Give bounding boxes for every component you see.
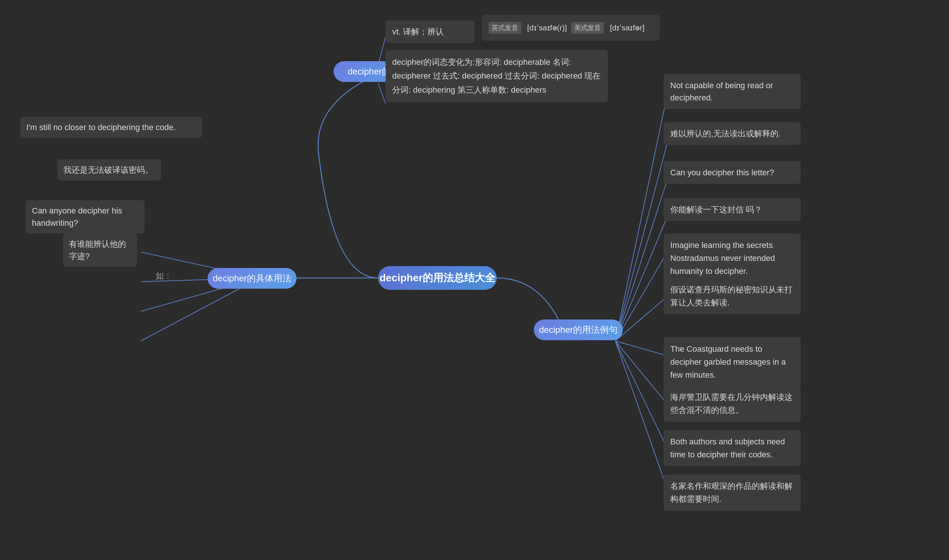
- svg-line-9: [615, 217, 667, 341]
- sentence-6-text: 假设诺查丹玛斯的秘密知识从未打算让人类去解读.: [670, 285, 792, 307]
- morph-text: decipher的词态变化为:形容词: decipherable 名词: dec…: [392, 57, 601, 94]
- svg-line-10: [615, 252, 667, 341]
- sentence-1-text: Not capable of being read or deciphered.: [670, 81, 773, 102]
- example-zh-1-text: 我还是无法破译该密码。: [63, 165, 153, 175]
- example-zh-1: 我还是无法破译该密码。: [57, 159, 161, 180]
- svg-line-14: [615, 341, 667, 448]
- sentence-10: 名家名作和艰深的作品的解读和解构都需要时间.: [664, 474, 801, 511]
- usage-label: decipher的具体用法: [213, 272, 291, 284]
- sentence-2: 难以辨认的,无法读出或解释的.: [664, 122, 801, 145]
- pron-us: [dɪˈsaɪfər]: [610, 22, 644, 34]
- ru-label: 如：: [156, 271, 172, 282]
- example-en-1: I'm still no closer to deciphering the c…: [20, 117, 202, 138]
- example-en-1-text: I'm still no closer to deciphering the c…: [26, 123, 176, 132]
- pronunciation-box: 英式发音 [dɪˈsaɪfə(r)] 美式发音 [dɪˈsaɪfər]: [482, 15, 660, 41]
- sentence-3: Can you decipher this letter?: [664, 161, 801, 184]
- example-zh-2: 有谁能辨认他的字迹?: [63, 234, 137, 267]
- sentence-6: 假设诺查丹玛斯的秘密知识从未打算让人类去解读.: [664, 278, 801, 314]
- svg-line-8: [615, 180, 667, 341]
- sentence-8: 海岸警卫队需要在几分钟内解读这些含混不清的信息。: [664, 385, 801, 422]
- sentence-5: Imagine learning the secrets Nostradamus…: [664, 234, 801, 283]
- svg-line-0: [378, 37, 386, 65]
- sentence-7: The Coastguard needs to decipher garbled…: [664, 337, 801, 387]
- svg-line-11: [615, 297, 667, 341]
- morph-box: decipher的词态变化为:形容词: decipherable 名词: dec…: [386, 50, 608, 102]
- sentence-1: Not capable of being read or deciphered.: [664, 74, 801, 109]
- svg-line-13: [615, 341, 667, 404]
- center-label: decipher的用法总结大全: [380, 271, 495, 285]
- sentence-9-text: Both authors and subjects need time to d…: [670, 437, 785, 459]
- mindmap-container: decipher的用法总结大全 decipher的意思 vt. 译解；辨认 英式…: [0, 0, 949, 560]
- pron-en: [dɪˈsaɪfə(r)]: [527, 22, 567, 34]
- example-zh-2-text: 有谁能辨认他的字迹?: [69, 239, 126, 261]
- svg-line-12: [615, 341, 667, 356]
- svg-line-6: [615, 94, 667, 341]
- pron-en-label: 英式发音: [489, 22, 521, 34]
- sentences-node: decipher的用法例句: [534, 320, 623, 340]
- sentence-2-text: 难以辨认的,无法读出或解释的.: [670, 129, 781, 138]
- sentence-8-text: 海岸警卫队需要在几分钟内解读这些含混不清的信息。: [670, 392, 792, 415]
- sentence-7-text: The Coastguard needs to decipher garbled…: [670, 344, 786, 380]
- sentence-4: 你能解读一下这封信 吗？: [664, 198, 801, 221]
- example-en-2-text: Can anyone decipher his handwriting?: [32, 206, 122, 228]
- svg-line-15: [615, 341, 667, 489]
- sentence-10-text: 名家名作和艰深的作品的解读和解构都需要时间.: [670, 482, 792, 504]
- sentence-5-text: Imagine learning the secrets Nostradamus…: [670, 240, 775, 276]
- center-node: decipher的用法总结大全: [378, 266, 497, 290]
- svg-line-1: [378, 83, 386, 104]
- example-en-2: Can anyone decipher his handwriting?: [26, 200, 145, 234]
- pos-text: vt. 译解；辨认: [392, 27, 444, 36]
- pron-us-label: 美式发音: [571, 22, 604, 34]
- sentence-4-text: 你能解读一下这封信 吗？: [670, 205, 762, 214]
- sentences-label: decipher的用法例句: [539, 324, 618, 336]
- sentence-3-text: Can you decipher this letter?: [670, 168, 774, 177]
- sentence-9: Both authors and subjects need time to d…: [664, 430, 801, 466]
- usage-node: decipher的具体用法: [208, 268, 297, 289]
- svg-line-7: [615, 143, 667, 341]
- pos-box: vt. 译解；辨认: [386, 20, 475, 43]
